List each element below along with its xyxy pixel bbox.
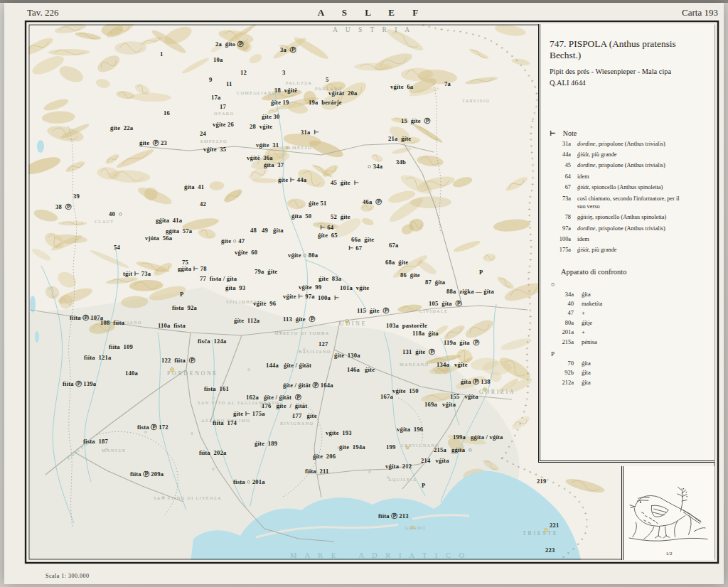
note-text: dordine, prispolone (Anthus trivialis) [577,225,685,233]
comparison-word: ǵíta [582,379,591,386]
note-entry: 100a idem [550,236,709,244]
note-point-number: 100a [550,236,571,244]
questionnaire-ref: Q.ALI 4644 [550,79,709,87]
comparison-entry: 40 maketíta [550,300,709,307]
comparison-entry: 92b ǵíta [550,369,709,376]
note-point-number: 45 [550,162,571,170]
comparison-word: maketíta [582,300,602,307]
comparison-word: + [582,328,585,335]
comparison-point-number: 212a [550,379,574,386]
comparison-point-number: 215a [550,338,574,345]
note-point-number: 31a [550,141,571,149]
pipit-sketch-icon [627,479,711,550]
note-entry: 31a dordine, prispolone (Anthus triviali… [550,141,709,149]
comparison-word: pénisa [582,338,597,345]
note-entry: 67 ǵiśát, spioncello (Anthus spinoletta) [550,184,709,192]
comparison-word: ǵíta [582,291,591,298]
map-title: 747. PISPOLA (Anthus pratensis Bechst.) [550,38,709,61]
note-text: idem [577,236,685,244]
comparison-word: ǵíta [582,360,591,367]
comparison-entry: 201a + [550,328,709,335]
comparison-point-number: P [551,350,560,357]
page-header: Tav. 226 A S L E F Carta 193 [26,7,718,20]
note-entry: 97a dordine, prispolone (Anthus triviali… [550,225,709,233]
comparison-entry: 212a ǵíta [550,379,709,386]
comparison-point-number: 47 [550,309,574,316]
note-text: idem [577,173,685,181]
note-entry: 64 idem [550,173,709,181]
note-entry: 175a ǵiśát, più grande [550,247,709,254]
note-point-number: 175a [550,247,571,254]
comparison-entry: 34a ǵíta [550,291,709,298]
note-entry: 44a ǵiśát, più grande [550,151,709,159]
comparison-word: ǵíta [582,369,591,376]
map-number: Carta 193 [682,7,718,18]
note-list: 31a dordine, prispolone (Anthus triviali… [550,141,709,255]
scanned-atlas-page: + + + + + + + + + + + + + + + + + + + + … [0,0,728,587]
note-point-number: 78 [550,214,571,222]
atlas-title: A S L E F [26,7,718,18]
bird-scale-caption: 1/2 [666,551,673,556]
comparison-point-number: 34a [550,291,574,298]
comparison-section-header: Apparato di confronto [550,268,709,276]
comparison-entry: 70 ǵíta [550,360,709,367]
note-entry: 73a così chiamato, secondo l'informatore… [550,195,709,211]
comparison-entry: P [550,350,709,357]
map-scale: Scala 1: 300.000 [46,573,90,579]
comparison-point-number: 201a [550,328,574,335]
note-text: dordine, prispolone (Anthus trivialis) [577,162,685,170]
note-text: ǵiśát, spioncello (Anthus spinoletta) [577,184,685,192]
map-subtitle: Pipit des prés - Wiesenpieper - Mala cip… [550,68,709,75]
comparison-point-number: 80a [550,319,574,326]
comparison-entry: ○ [550,281,709,288]
comparison-point-number: 70 [550,360,574,367]
note-text: dordine, prispolone (Anthus trivialis) [577,141,685,149]
note-point-number: 67 [550,184,571,192]
note-point-number: 97a [550,225,571,233]
note-text: così chiamato, secondo l'informatore, pe… [577,195,685,211]
comparison-entry: 215a pénisa [550,338,709,345]
comparison-entry: 47 + [550,309,709,316]
note-text: ǵiśát, più grande [577,151,685,159]
bird-illustration-panel: 1/2 [621,466,714,560]
note-entry: 45 dordine, prispolone (Anthus trivialis… [550,162,709,170]
comparison-point-number: 92b [550,369,574,376]
comparison-word: + [582,309,585,316]
note-title: Note [563,129,577,137]
note-entry: 78 gǵitóŋ, spioncello (Anthus spinoletta… [550,214,709,222]
note-point-number: 64 [550,173,571,181]
note-section-header: ⊢Note [550,129,709,137]
comparison-point-number: 40 [550,300,574,307]
comparison-entry: 80a ǵítje [550,319,709,326]
note-text: gǵitóŋ, spioncello (Anthus spinoletta) [577,214,685,222]
comparison-point-number: ○ [551,281,560,288]
comparison-list: ○ 34a ǵíta 40 maketíta 47 + [550,281,709,386]
legend-panel: 747. PISPOLA (Anthus pratensis Bechst.) … [538,24,714,463]
note-point-number: 44a [550,151,571,159]
comparison-word: ǵítje [582,319,592,326]
note-point-number: 73a [550,195,571,211]
note-text: ǵiśát, più grande [577,247,685,254]
note-flag-icon: ⊢ [550,129,556,137]
